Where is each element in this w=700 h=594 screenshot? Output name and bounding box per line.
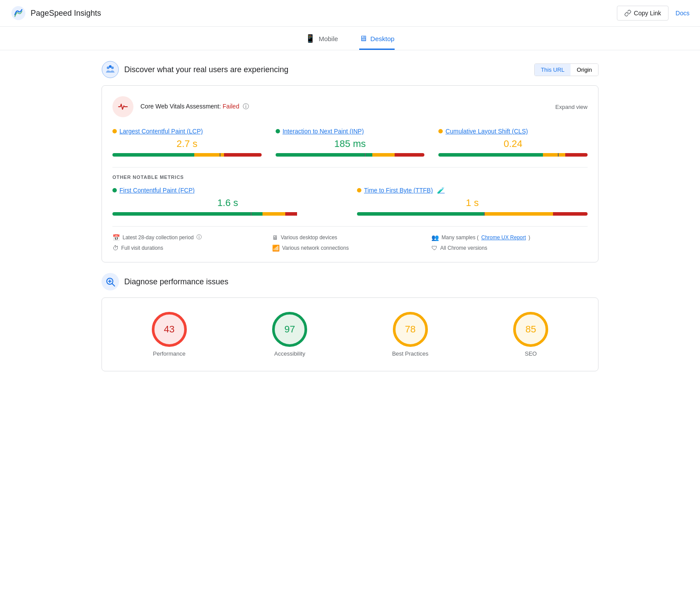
ttfb-bar-orange (484, 212, 553, 216)
real-users-section-header: Discover what your real users are experi… (102, 61, 598, 78)
magnify-icon (105, 276, 116, 287)
cls-bar-red (565, 153, 588, 157)
tab-desktop[interactable]: 🖥 Desktop (359, 34, 395, 50)
collection-help-icon[interactable]: ⓘ (196, 234, 202, 241)
seo-value: 85 (525, 324, 536, 335)
lcp-bar-green (112, 153, 194, 157)
fcp-bar-green (112, 212, 262, 216)
app-title: PageSpeed Insights (31, 9, 101, 18)
mobile-icon: 📱 (305, 34, 315, 43)
divider-1 (112, 167, 588, 168)
footer-note-collection: 📅 Latest 28-day collection period ⓘ (112, 234, 269, 241)
copy-link-button[interactable]: Copy Link (617, 6, 668, 21)
diagnose-title: Diagnose performance issues (124, 277, 228, 287)
header-actions: Copy Link Docs (617, 6, 690, 21)
link-icon (624, 10, 631, 17)
lcp-marker (220, 153, 220, 157)
network-icon: 📶 (272, 245, 280, 252)
accessibility-label: Accessibility (274, 350, 305, 357)
main-content: Discover what your real users are experi… (88, 50, 612, 392)
ttfb-label-text: Time to First Byte (TTFB) (364, 187, 433, 194)
ttfb-marker (484, 212, 485, 216)
lcp-bar-red (224, 153, 261, 157)
cls-bar (438, 153, 588, 157)
notable-metrics-grid: First Contentful Paint (FCP) 1.6 s Time … (112, 187, 588, 216)
inp-dot (276, 129, 280, 133)
inp-label-text: Interaction to Next Paint (INP) (283, 128, 364, 135)
ttfb-metric: Time to First Byte (TTFB) 🧪 1 s (357, 187, 588, 216)
mobile-tab-label: Mobile (318, 35, 338, 42)
fcp-value: 1.6 s (112, 197, 343, 209)
cwv-title-text: Core Web Vitals Assessment: Failed ⓘ (140, 103, 249, 111)
score-best-practices: 78 Best Practices (354, 312, 467, 357)
footer-note-network: 📶 Various network connections (272, 245, 428, 252)
inp-metric: Interaction to Next Paint (INP) 185 ms (276, 128, 425, 157)
diagnose-card: 43 Performance 97 Accessibility 78 Best … (102, 297, 598, 371)
lcp-value: 2.7 s (112, 138, 262, 150)
real-users-icon (102, 61, 119, 78)
origin-button[interactable]: Origin (570, 64, 598, 76)
cls-marker (558, 153, 559, 157)
footer-note-samples: 👥 Many samples ( Chrome UX Report ) (431, 234, 588, 241)
cwv-title-area: Core Web Vitals Assessment: Failed ⓘ (112, 96, 249, 117)
performance-circle: 43 (152, 312, 187, 347)
real-users-title-area: Discover what your real users are experi… (102, 61, 288, 78)
ttfb-dot (357, 188, 361, 192)
lab-flask-icon: 🧪 (437, 187, 444, 194)
cls-label[interactable]: Cumulative Layout Shift (CLS) (438, 128, 588, 135)
ttfb-bar-red (553, 212, 588, 216)
tab-mobile[interactable]: 📱 Mobile (305, 34, 338, 50)
lcp-bar (112, 153, 262, 157)
footer-notes-row2: ⏱ Full visit durations 📶 Various network… (112, 245, 588, 252)
diagnose-header: Diagnose performance issues (102, 273, 598, 290)
cls-metric: Cumulative Layout Shift (CLS) 0.24 (438, 128, 588, 157)
accessibility-circle: 97 (272, 312, 307, 347)
lcp-metric: Largest Contentful Paint (LCP) 2.7 s (112, 128, 262, 157)
inp-bar (276, 153, 425, 157)
real-users-title: Discover what your real users are experi… (124, 65, 288, 74)
scores-grid: 43 Performance 97 Accessibility 78 Best … (112, 308, 588, 360)
ttfb-label[interactable]: Time to First Byte (TTFB) 🧪 (357, 187, 588, 194)
cwv-icon (112, 96, 133, 117)
best-practices-circle: 78 (393, 312, 428, 347)
footer-notes-row1: 📅 Latest 28-day collection period ⓘ 🖥 Va… (112, 234, 588, 241)
lcp-label-text: Largest Contentful Paint (LCP) (119, 128, 203, 135)
cls-dot (438, 129, 443, 133)
chrome-icon: 🛡 (431, 245, 438, 252)
expand-view-button[interactable]: Expand view (555, 104, 588, 110)
fcp-metric: First Contentful Paint (FCP) 1.6 s (112, 187, 343, 216)
footer-note-network-text: Various network connections (282, 245, 349, 251)
fcp-label[interactable]: First Contentful Paint (FCP) (112, 187, 343, 194)
footer-note-samples-close: ) (528, 234, 530, 241)
calendar-icon: 📅 (112, 234, 120, 241)
footer-note-visit-text: Full visit durations (121, 245, 163, 251)
fcp-label-text: First Contentful Paint (FCP) (119, 187, 195, 194)
svg-line-6 (112, 284, 115, 287)
performance-value: 43 (164, 324, 175, 335)
footer-note-chrome: 🛡 All Chrome versions (431, 245, 588, 252)
docs-link[interactable]: Docs (676, 10, 690, 17)
ttfb-bar-green (357, 212, 484, 216)
logo-area: PageSpeed Insights (10, 5, 101, 21)
ttfb-bar (357, 212, 588, 216)
cwv-status: Failed (223, 103, 239, 110)
url-toggle: This URL Origin (534, 63, 598, 76)
pagespeed-logo (10, 5, 26, 21)
lcp-label[interactable]: Largest Contentful Paint (LCP) (112, 128, 262, 135)
best-practices-value: 78 (405, 324, 416, 335)
chrome-ux-report-link[interactable]: Chrome UX Report (481, 234, 526, 241)
cwv-card: Core Web Vitals Assessment: Failed ⓘ Exp… (102, 85, 598, 262)
footer-note-devices: 🖥 Various desktop devices (272, 234, 428, 241)
inp-label[interactable]: Interaction to Next Paint (INP) (276, 128, 425, 135)
cwv-title: Core Web Vitals Assessment: (140, 103, 221, 110)
performance-label: Performance (153, 350, 186, 357)
cwv-help-icon[interactable]: ⓘ (243, 103, 249, 110)
footer-note-visit: ⏱ Full visit durations (112, 245, 269, 252)
this-url-button[interactable]: This URL (535, 64, 570, 76)
svg-point-1 (102, 61, 119, 78)
timer-icon: ⏱ (112, 245, 119, 252)
footer-note-devices-text: Various desktop devices (281, 234, 337, 241)
inp-bar-red (395, 153, 424, 157)
divider-2 (112, 226, 588, 227)
heartbeat-icon (117, 101, 129, 113)
